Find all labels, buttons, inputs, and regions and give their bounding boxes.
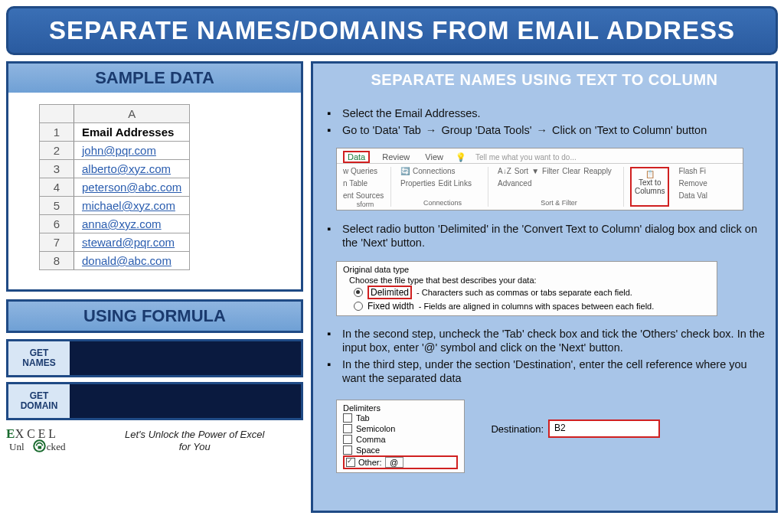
text-to-columns-button[interactable]: 📋 Text to Columns <box>630 167 669 207</box>
destination-input[interactable]: B2 <box>548 419 660 438</box>
table-title-row: Email Addresses <box>74 123 190 142</box>
email-link[interactable]: michael@xyz.com <box>82 199 175 212</box>
checkbox-semicolon[interactable] <box>343 424 352 433</box>
filter-icon[interactable]: ▼ <box>531 167 539 176</box>
checkbox-tab[interactable] <box>343 413 352 423</box>
right-panel: SEPARATE NAMES USING TEXT TO COLUMN Sele… <box>311 61 778 513</box>
main-title-text: SEPARATE NAMES/DOMAINS FROM EMAIL ADDRES… <box>49 16 735 44</box>
excel-ribbon-screenshot: Data Review View 💡 Tell me what you want… <box>336 148 743 211</box>
lightbulb-icon: 💡 <box>456 152 466 162</box>
left-column: SAMPLE DATA A 1Email Addresses 2john@pqr… <box>6 61 303 513</box>
get-names-row: GET NAMES <box>6 339 303 377</box>
steps-list: Select the Email Addresses. Go to 'Data'… <box>321 106 768 137</box>
checkbox-space[interactable] <box>343 446 352 455</box>
col-header-A: A <box>74 105 190 123</box>
excel-unlocked-logo: E X C E L Unl cked <box>6 425 117 457</box>
right-panel-header: SEPARATE NAMES USING TEXT TO COLUMN <box>321 68 768 95</box>
delimiters-panel: Delimiters Tab Semicolon Comma Space Oth… <box>336 400 465 473</box>
arrow-icon <box>424 124 439 136</box>
brand-row: E X C E L Unl cked Let's Unlock the Powe… <box>6 425 303 457</box>
checkbox-comma[interactable] <box>343 435 352 444</box>
get-names-label: GET NAMES <box>8 341 70 375</box>
get-domain-field <box>70 384 301 418</box>
checkbox-other[interactable] <box>346 458 355 467</box>
ribbon-group-transform: w Queriesn Tableent Sources sform <box>340 167 391 207</box>
get-names-field <box>70 341 301 375</box>
main-title-banner: SEPARATE NAMES/DOMAINS FROM EMAIL ADDRES… <box>6 6 778 55</box>
using-formula-panel: USING FORMULA <box>6 299 303 333</box>
dialog-group-title: Original data type <box>343 265 710 276</box>
tell-me-box[interactable]: Tell me what you want to do... <box>475 153 577 162</box>
dialog-subtitle: Choose the file type that best describes… <box>343 276 710 285</box>
radio-delimited[interactable] <box>354 288 363 297</box>
ribbon-tab-data[interactable]: Data <box>343 151 370 163</box>
text-to-columns-icon: 📋 <box>645 170 655 178</box>
email-link[interactable]: steward@pqr.com <box>82 236 175 249</box>
email-link[interactable]: peterson@abc.com <box>82 181 181 194</box>
ribbon-group-connections: 🔄 Connections Properties Edit Links Conn… <box>397 167 488 207</box>
brand-tagline: Let's Unlock the Power of Excel for You <box>125 429 264 452</box>
svg-text:E: E <box>6 426 15 441</box>
arrow-icon <box>535 124 550 136</box>
ribbon-tab-review[interactable]: Review <box>379 152 413 162</box>
ribbon-group-data-tools: Flash FiRemoveData Val <box>675 167 720 207</box>
get-domain-label: GET DOMAIN <box>8 384 70 418</box>
email-link[interactable]: donald@abc.com <box>82 254 172 267</box>
steps-list: In the second step, uncheck the 'Tab' ch… <box>321 327 768 386</box>
sort-icon[interactable]: A↓Z <box>498 167 511 176</box>
destination-label: Destination: <box>491 423 544 435</box>
svg-text:cked: cked <box>47 441 66 452</box>
steps-list: Select radio button 'Delimited' in the '… <box>321 222 768 250</box>
radio-fixed-width[interactable] <box>354 302 363 311</box>
delimiters-title: Delimiters <box>343 403 458 413</box>
step-item: Go to 'Data' Tab Group 'Data Tools' Clic… <box>327 123 768 137</box>
step-item: In the second step, uncheck the 'Tab' ch… <box>327 327 768 354</box>
radio-fixed-width-label: Fixed width <box>368 301 414 312</box>
svg-point-3 <box>34 440 45 452</box>
excel-sample-table: A 1Email Addresses 2john@pqr.com 3albert… <box>39 104 190 270</box>
ribbon-tab-view[interactable]: View <box>422 152 446 162</box>
get-domain-row: GET DOMAIN <box>6 382 303 420</box>
using-formula-header: USING FORMULA <box>8 302 301 331</box>
step-item: Select radio button 'Delimited' in the '… <box>327 222 768 250</box>
step-item: Select the Email Addresses. <box>327 106 768 120</box>
svg-rect-4 <box>38 446 42 449</box>
email-link[interactable]: alberto@xyz.com <box>82 162 171 175</box>
radio-delimited-label: Delimited <box>368 286 412 299</box>
text-wizard-step1-dialog: Original data type Choose the file type … <box>336 261 717 316</box>
sample-data-header: SAMPLE DATA <box>8 64 301 93</box>
svg-text:X C E L: X C E L <box>15 427 56 440</box>
email-link[interactable]: anna@xyz.com <box>82 217 162 230</box>
sample-data-table-wrap: A 1Email Addresses 2john@pqr.com 3albert… <box>8 93 301 289</box>
email-link[interactable]: john@pqr.com <box>82 144 156 157</box>
destination-row: Destination: B2 <box>491 419 660 438</box>
ribbon-group-sort-filter: A↓Z Sort ▼ Filter Clear Reapply Advanced… <box>495 167 624 207</box>
other-delim-input[interactable]: @ <box>385 457 403 468</box>
step-item: In the third step, under the section 'De… <box>327 357 768 385</box>
svg-text:Unl: Unl <box>9 441 24 452</box>
refresh-icon[interactable]: 🔄 <box>400 167 410 176</box>
sample-data-panel: SAMPLE DATA A 1Email Addresses 2john@pqr… <box>6 61 303 292</box>
